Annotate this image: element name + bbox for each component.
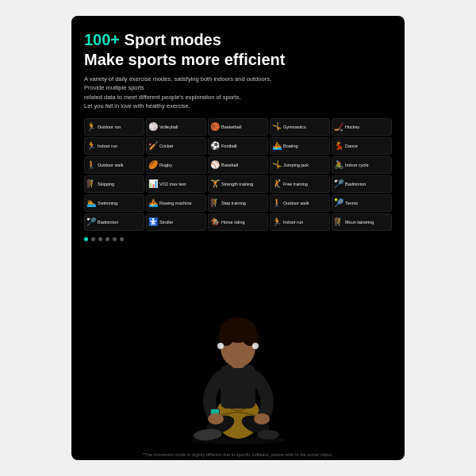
title-highlight: 100+ xyxy=(84,31,120,48)
carousel-dot[interactable] xyxy=(84,237,88,241)
sport-icon: 🏀 xyxy=(210,123,220,131)
sport-label: Outdoor walk xyxy=(98,163,123,168)
sport-item: 🤾Free training xyxy=(270,175,330,193)
carousel-dot[interactable] xyxy=(113,237,117,241)
sport-label: Strength training xyxy=(221,182,253,187)
sport-item: ⚽Football xyxy=(208,137,268,155)
sport-label: Outdoor walk xyxy=(283,201,309,206)
sport-label: Stroller xyxy=(159,220,173,225)
sport-label: Boating xyxy=(283,144,298,149)
sport-label: Badminton xyxy=(98,220,118,225)
carousel-dot[interactable] xyxy=(106,237,109,241)
sport-icon: ⚾ xyxy=(210,161,220,169)
sport-item: 🚣Boating xyxy=(270,137,330,155)
sport-label: Dance xyxy=(345,144,358,149)
svg-point-13 xyxy=(252,343,259,349)
sport-item: 🏉Rugby xyxy=(146,156,206,174)
sport-label: VO2 max test xyxy=(159,182,186,187)
dots-row xyxy=(84,231,392,244)
svg-point-5 xyxy=(257,430,279,440)
sport-item: 🏊Swimming xyxy=(84,194,144,212)
sport-item: 🤸Gymnastics xyxy=(270,118,330,136)
sport-item: 🧗Step training xyxy=(208,194,268,212)
product-card: 100+ Sport modes Make sports more effici… xyxy=(71,16,405,460)
sport-item: 🧗Moun tainering xyxy=(332,213,392,231)
sport-icon: 🏇 xyxy=(210,218,220,226)
svg-point-17 xyxy=(254,413,270,424)
sport-icon: ⚽ xyxy=(210,142,220,150)
sport-icon: 🤸 xyxy=(272,161,282,169)
title-line2: Make sports more efficient xyxy=(84,49,392,70)
disclaimer: *The movement mode is slightly different… xyxy=(71,452,405,457)
sport-item: 🚣Rowing machine xyxy=(146,194,206,212)
sport-label: Horse riding xyxy=(221,220,245,225)
sport-icon: 🏋 xyxy=(210,180,220,188)
sport-label: Cricket xyxy=(159,144,173,149)
sport-label: Indoor run xyxy=(98,144,117,149)
sport-icon: 🧗 xyxy=(334,218,344,226)
sport-icon: 🏊 xyxy=(86,199,96,207)
sport-label: Step training xyxy=(221,201,246,206)
sport-item: 💃Dance xyxy=(332,137,392,155)
sport-label: Indoor run xyxy=(283,220,303,225)
carousel-dot[interactable] xyxy=(120,237,124,241)
sport-label: Football xyxy=(221,144,237,149)
sport-label: Hockey xyxy=(345,125,359,130)
sport-item: 🚼Stroller xyxy=(146,213,206,231)
sport-icon: 🏉 xyxy=(148,161,158,169)
sport-item: 🏐Volleyball xyxy=(146,118,206,136)
sport-label: Swimming xyxy=(98,201,117,206)
sport-icon: 🚣 xyxy=(272,142,282,150)
sport-item: 🏒Hockey xyxy=(332,118,392,136)
sport-item: 🏇Horse riding xyxy=(208,213,268,231)
sport-item: 🏸Badminton xyxy=(84,213,144,231)
sport-item: 🏃Outdoor run xyxy=(84,118,144,136)
sport-icon: 💃 xyxy=(334,142,344,150)
sport-label: Basketball xyxy=(221,125,241,130)
svg-point-12 xyxy=(217,343,224,349)
sport-item: 🚶Outdoor walk xyxy=(84,156,144,174)
sport-item: 🏋Strength training xyxy=(208,175,268,193)
title-line1: 100+ Sport modes xyxy=(84,30,392,49)
sport-icon: 🚣 xyxy=(148,199,158,207)
sport-label: Jumping jack xyxy=(283,163,309,168)
svg-rect-6 xyxy=(221,365,255,409)
sport-icon: 🏒 xyxy=(334,123,344,131)
sport-icon: 🏃 xyxy=(272,218,282,226)
sport-icon: 🏸 xyxy=(86,218,96,226)
sport-label: Volleyball xyxy=(159,125,178,130)
sport-icon: 📊 xyxy=(148,180,158,188)
sport-label: Baseball xyxy=(221,163,238,168)
person-svg xyxy=(135,286,341,444)
sport-icon: 🚶 xyxy=(272,199,282,207)
sport-item: 🏃Indoor run xyxy=(270,213,330,231)
subtitle: A variety of daily exercise modes, satis… xyxy=(84,75,392,110)
sport-icon: 🏸 xyxy=(334,180,344,188)
sport-icon: 🧗 xyxy=(210,199,220,207)
sport-icon: 🚴 xyxy=(334,161,344,169)
sport-label: Indoor cycle xyxy=(345,163,369,168)
sport-label: Outdoor run xyxy=(98,125,121,130)
sport-item: 🏃Indoor run xyxy=(84,137,144,155)
svg-point-16 xyxy=(208,413,224,424)
sport-item: 🏸Badminton xyxy=(332,175,392,193)
sport-label: Skipping xyxy=(98,182,114,187)
sport-label: Badminton xyxy=(345,182,366,187)
sport-item: 🧗Skipping xyxy=(84,175,144,193)
carousel-dot[interactable] xyxy=(91,237,95,241)
sport-label: Moun tainering xyxy=(345,220,374,225)
sport-label: Rowing machine xyxy=(159,201,192,206)
sport-label: Tennis xyxy=(345,201,358,206)
sport-icon: 🚶 xyxy=(86,161,96,169)
title-rest: Sport modes xyxy=(120,31,221,48)
sport-item: 🏏Cricket xyxy=(146,137,206,155)
sport-label: Rugby xyxy=(159,163,172,168)
carousel-dot[interactable] xyxy=(98,237,102,241)
sport-item: 📊VO2 max test xyxy=(146,175,206,193)
content-area: 100+ Sport modes Make sports more effici… xyxy=(71,16,405,244)
person-figure-area xyxy=(135,286,341,444)
sports-grid: 🏃Outdoor run🏐Volleyball🏀Basketball🤸Gymna… xyxy=(84,118,392,231)
sport-item: 🚶Outdoor walk xyxy=(270,194,330,212)
sport-icon: 🏃 xyxy=(86,123,96,131)
sport-icon: 🏃 xyxy=(86,142,96,150)
